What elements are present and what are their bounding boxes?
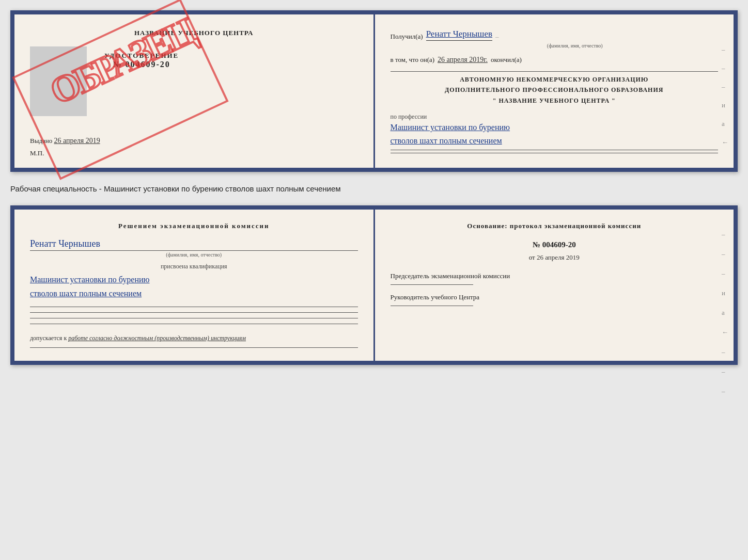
qualification-line2: стволов шахт полным сечением	[30, 286, 358, 300]
vydano-line: Выдано 26 апреля 2019	[30, 137, 358, 145]
protocol-date-val: 26 апреля 2019	[537, 253, 580, 261]
side2-char-3: –	[722, 269, 728, 278]
dopuskaetsya-italic: работе согласно должностным (производств…	[68, 334, 246, 342]
predsedatel-label: Председатель экзаменационной комиссии	[391, 272, 719, 280]
cert-bottom-right: Основание: протокол экзаменационной коми…	[375, 210, 734, 361]
profession-line2: стволов шахт полным сечением	[391, 134, 719, 148]
side2-char-2: –	[722, 250, 728, 258]
cert-top-left: НАЗВАНИЕ УЧЕБНОГО ЦЕНТРА УДОСТОВЕРЕНИЕ №…	[14, 14, 375, 168]
certificate-book-bottom: Решением экзаменационной комиссии Ренатт…	[10, 205, 738, 365]
cert-top-right: Получил(а) Ренатт Чернышев – (фамилия, и…	[375, 14, 734, 168]
ul2	[30, 312, 358, 313]
profession-line1: Машинист установки по бурению	[391, 121, 719, 134]
udostoverenie-block: УДОСТОВЕРЕНИЕ № 004609-20	[104, 46, 179, 69]
prisvoena-label: присвоена квалификация	[30, 263, 358, 270]
side-char-1: –	[722, 45, 728, 54]
rukovoditel-label: Руководитель учебного Центра	[391, 293, 719, 301]
org-line3: " НАЗВАНИЕ УЧЕБНОГО ЦЕНТРА "	[391, 95, 719, 106]
predsedatel-block: Председатель экзаменационной комиссии	[391, 272, 719, 285]
udostoverenie-num: № 004609-20	[104, 60, 179, 69]
side-char-6: ←	[722, 138, 728, 147]
certificate-book-top: НАЗВАНИЕ УЧЕБНОГО ЦЕНТРА УДОСТОВЕРЕНИЕ №…	[10, 10, 738, 172]
vtom-line: в том, что он(а) 26 апреля 2019г. окончи…	[391, 56, 719, 64]
rukovoditel-block: Руководитель учебного Центра	[391, 293, 719, 306]
specialty-label: Рабочая специальность - Машинист установ…	[10, 181, 738, 196]
reshenie-title: Решением экзаменационной комиссии	[30, 222, 358, 230]
poluchil-line: Получил(а) Ренатт Чернышев –	[391, 29, 719, 41]
vydano-prefix: Выдано	[30, 137, 52, 145]
right2-side-lines: – – – и а ← – – –	[722, 230, 728, 395]
side2-char-9: –	[722, 387, 728, 395]
qualification-line1: Машинист установки по бурению	[30, 273, 358, 286]
side2-char-5: а	[722, 309, 728, 317]
mp-line: М.П.	[30, 149, 358, 157]
org-block: АВТОНОМНУЮ НЕКОММЕРЧЕСКУЮ ОРГАНИЗАЦИЮ ДО…	[391, 74, 719, 106]
cert-bottom-left: Решением экзаменационной комиссии Ренатт…	[14, 210, 375, 361]
underline2	[391, 153, 719, 153]
underline1	[391, 150, 719, 150]
org-line1: АВТОНОМНУЮ НЕКОММЕРЧЕСКУЮ ОРГАНИЗАЦИЮ	[391, 74, 719, 85]
protocol-date: от 26 апреля 2019	[391, 253, 719, 262]
dash1: –	[495, 33, 499, 41]
side-char-4: и	[722, 101, 728, 109]
poluchil-name: Ренатт Чернышев	[426, 29, 492, 41]
udostoverenie-label: УДОСТОВЕРЕНИЕ	[104, 52, 179, 60]
org-line2: ДОПОЛНИТЕЛЬНОГО ПРОФЕССИОНАЛЬНОГО ОБРАЗО…	[391, 85, 719, 95]
side-char-5: а	[722, 120, 728, 128]
fio-hint-bottom: (фамилия, имя, отчество)	[30, 252, 358, 258]
underline-org	[391, 71, 719, 72]
rukovoditel-podpis-line	[391, 306, 473, 306]
poluchil-prefix: Получил(а)	[391, 33, 423, 41]
ul1	[30, 307, 358, 307]
side2-char-1: –	[722, 230, 728, 238]
side2-char-6: ←	[722, 328, 728, 337]
vydano-date: 26 апреля 2019	[54, 137, 100, 145]
predsedatel-podpis-line	[391, 284, 473, 285]
protocol-date-prefix: от	[529, 253, 535, 261]
cert-top-title: НАЗВАНИЕ УЧЕБНОГО ЦЕНТРА	[30, 29, 358, 37]
vtom-date: 26 апреля 2019г.	[438, 56, 488, 64]
osnov-title: Основание: протокол экзаменационной коми…	[391, 222, 719, 230]
po-professii-label: по профессии	[391, 113, 719, 121]
bottom-underlines	[30, 307, 358, 324]
side2-char-8: –	[722, 367, 728, 376]
dopuskaetsya-prefix: допускается к	[30, 334, 67, 342]
right-side-lines: – – – и а ←	[722, 45, 728, 147]
side-char-3: –	[722, 83, 728, 91]
vtom-prefix: в том, что он(а)	[391, 56, 435, 64]
ul5	[30, 347, 358, 348]
ul3	[30, 318, 358, 318]
photo-placeholder	[30, 46, 87, 116]
profession-block: по профессии Машинист установки по бурен…	[391, 113, 719, 153]
dopuskaetsya-block: допускается к работе согласно должностны…	[30, 334, 358, 342]
fio-hint-top: (фамилия, имя, отчество)	[432, 43, 719, 49]
bottom-name: Ренатт Чернышев	[30, 238, 358, 251]
side-char-2: –	[722, 64, 728, 72]
ul4	[30, 324, 358, 324]
side2-char-4: и	[722, 289, 728, 297]
okonchil: окончил(а)	[491, 56, 522, 64]
side2-char-7: –	[722, 348, 728, 356]
protocol-num: № 004609-20	[391, 241, 719, 249]
